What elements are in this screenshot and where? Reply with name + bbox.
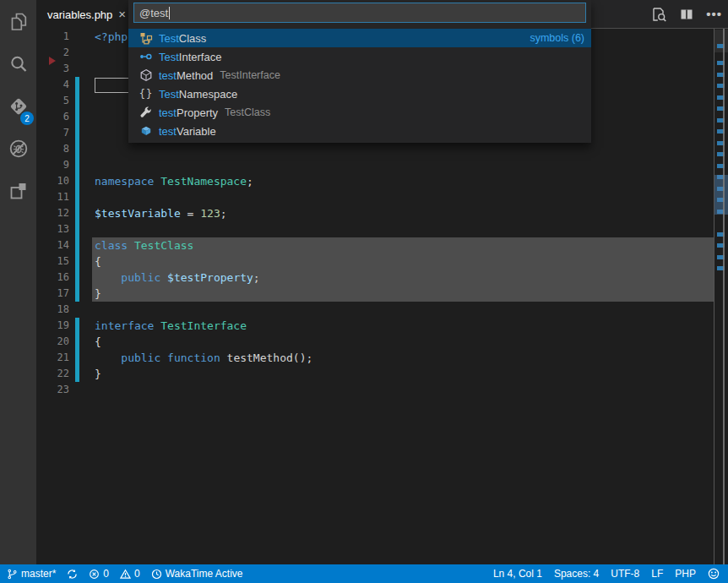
- error-icon: [89, 569, 100, 580]
- branch-icon: [7, 569, 18, 580]
- code-line[interactable]: 8: [36, 141, 728, 157]
- line-number[interactable]: 19: [36, 318, 69, 334]
- symbol-label: TestNamespace: [159, 88, 237, 101]
- code-line[interactable]: 20{: [36, 334, 728, 350]
- line-number[interactable]: 9: [36, 157, 69, 173]
- status-item-label: master*: [21, 568, 56, 580]
- scrollbar-slider[interactable]: [714, 30, 728, 52]
- line-number[interactable]: 6: [36, 109, 69, 125]
- line-number[interactable]: 23: [36, 382, 69, 398]
- status-item-php[interactable]: PHP: [675, 568, 696, 580]
- line-number[interactable]: 5: [36, 93, 69, 109]
- git-modified-indicator: [75, 125, 79, 141]
- line-number[interactable]: 17: [36, 286, 69, 302]
- status-item-label: 0: [103, 568, 109, 580]
- code-text: public $testProperty;: [95, 270, 260, 286]
- code-text: interface TestInterface: [95, 318, 247, 334]
- code-line[interactable]: 12$testVariable = 123;: [36, 205, 728, 221]
- line-number[interactable]: 13: [36, 221, 69, 237]
- variable-icon: [139, 124, 153, 138]
- status-item-ln-4-col-1[interactable]: Ln 4, Col 1: [493, 568, 542, 580]
- status-item-utf-8[interactable]: UTF-8: [611, 568, 639, 580]
- activity-bar-search[interactable]: [0, 45, 36, 87]
- scm-badge: 2: [20, 112, 34, 125]
- line-number[interactable]: 21: [36, 350, 69, 366]
- activity-bar-source-control[interactable]: 2: [0, 87, 36, 129]
- symbol-label: TestClass: [159, 32, 206, 45]
- code-line[interactable]: 18: [36, 302, 728, 318]
- quick-open-input[interactable]: @test: [133, 3, 586, 23]
- status-item-0[interactable]: 0: [89, 568, 109, 580]
- line-number[interactable]: 15: [36, 253, 69, 270]
- status-item-master-[interactable]: master*: [7, 568, 56, 580]
- code-line[interactable]: 16 public $testProperty;: [36, 270, 728, 286]
- git-modified-indicator: [75, 366, 79, 382]
- line-number[interactable]: 16: [36, 270, 69, 286]
- status-item-spaces-4[interactable]: Spaces: 4: [554, 568, 599, 580]
- smiley-icon: [708, 568, 720, 580]
- quick-open-item-testMethod[interactable]: testMethodTestInterface: [128, 66, 591, 84]
- line-number[interactable]: 1: [36, 29, 69, 45]
- code-line[interactable]: 9: [36, 157, 728, 173]
- status-item-label: WakaTime Active: [166, 568, 243, 580]
- status-item-label: Spaces: 4: [554, 568, 599, 580]
- line-number[interactable]: 4: [36, 77, 69, 93]
- line-number[interactable]: 18: [36, 302, 69, 318]
- line-number[interactable]: 22: [36, 366, 69, 382]
- status-item-sync[interactable]: [67, 569, 78, 580]
- code-line[interactable]: 21 public function testMethod();: [36, 350, 728, 366]
- git-deleted-indicator: [49, 57, 56, 65]
- code-line[interactable]: 10namespace TestNamespace;: [36, 173, 728, 189]
- quick-open-item-TestClass[interactable]: TestClasssymbols (6): [128, 29, 591, 47]
- ruler-range-highlight-mark: [714, 175, 728, 215]
- close-icon[interactable]: ×: [118, 8, 126, 20]
- code-line[interactable]: 22}: [36, 366, 728, 382]
- code-text: {: [95, 334, 101, 350]
- code-line[interactable]: 11: [36, 189, 728, 205]
- class-icon: [139, 31, 153, 45]
- line-number[interactable]: 12: [36, 205, 69, 221]
- git-modified-indicator: [75, 157, 79, 173]
- property-icon: [139, 106, 153, 119]
- symbol-label: testMethod: [159, 69, 213, 82]
- status-item-lf[interactable]: LF: [651, 568, 663, 580]
- status-bar-left: master*00WakaTime Active: [0, 568, 254, 580]
- activity-bar-explorer[interactable]: [0, 3, 36, 45]
- quick-open-item-testProperty[interactable]: testPropertyTestClass: [128, 103, 591, 122]
- status-item-0[interactable]: 0: [120, 568, 140, 580]
- status-item-label: 0: [134, 568, 140, 580]
- code-line[interactable]: 17}: [36, 286, 728, 302]
- line-number[interactable]: 10: [36, 173, 69, 189]
- line-number[interactable]: 20: [36, 334, 69, 350]
- line-number[interactable]: 14: [36, 237, 69, 253]
- tab-variables-php[interactable]: variables.php ×: [36, 0, 133, 29]
- more-actions-icon[interactable]: •••: [706, 10, 722, 19]
- status-item-label: UTF-8: [611, 568, 639, 580]
- line-number[interactable]: 7: [36, 125, 69, 141]
- activity-bar-debug[interactable]: [0, 129, 36, 172]
- status-item-label: Ln 4, Col 1: [493, 568, 542, 580]
- code-text: }: [95, 366, 101, 382]
- activity-bar-extensions[interactable]: [0, 172, 36, 214]
- warning-icon: [120, 569, 131, 580]
- line-number[interactable]: 11: [36, 189, 69, 205]
- status-item-smiley[interactable]: [708, 568, 720, 580]
- quick-open-item-TestNamespace[interactable]: {}TestNamespace: [128, 84, 591, 103]
- split-editor-icon[interactable]: [678, 6, 695, 23]
- quick-open-item-TestInterface[interactable]: TestInterface: [128, 47, 591, 66]
- line-number[interactable]: 8: [36, 141, 69, 157]
- git-modified-indicator: [75, 109, 79, 125]
- quick-open-item-testVariable[interactable]: testVariable: [128, 122, 591, 140]
- quick-open-group-label: symbols (6): [530, 32, 584, 44]
- code-line[interactable]: 14class TestClass: [36, 237, 728, 253]
- code-line[interactable]: 23: [36, 382, 728, 398]
- code-line[interactable]: 13: [36, 221, 728, 237]
- code-line[interactable]: 19interface TestInterface: [36, 318, 728, 334]
- code-line[interactable]: 15{: [36, 253, 728, 270]
- code-text: {: [95, 253, 101, 270]
- status-bar: master*00WakaTime Active Ln 4, Col 1Spac…: [0, 564, 728, 583]
- status-item-wakatime-active[interactable]: WakaTime Active: [151, 568, 243, 580]
- open-preview-icon[interactable]: [650, 6, 667, 23]
- git-modified-indicator: [75, 141, 79, 157]
- scrollbar[interactable]: [723, 29, 725, 564]
